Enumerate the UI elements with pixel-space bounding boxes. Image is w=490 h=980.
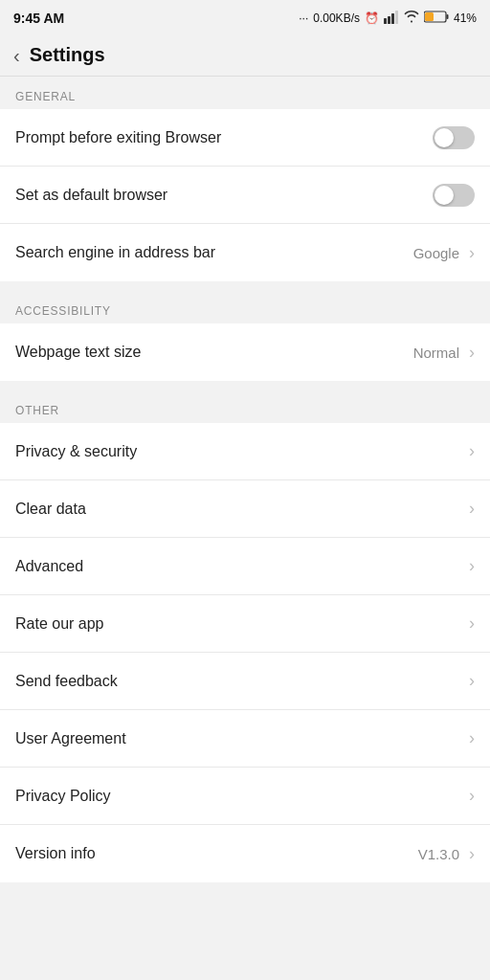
page-title: Settings [30, 44, 105, 66]
svg-rect-2 [391, 13, 394, 24]
search-engine-label: Search engine in address bar [15, 244, 413, 261]
text-size-item[interactable]: Webpage text size Normal › [0, 323, 490, 381]
back-button[interactable]: ‹ [13, 46, 20, 65]
search-engine-chevron: › [469, 243, 475, 263]
user-agreement-label: User Agreement [15, 730, 465, 747]
svg-rect-5 [446, 14, 448, 19]
default-browser-toggle[interactable] [433, 184, 475, 207]
accessibility-settings-list: Webpage text size Normal › [0, 323, 490, 381]
section-general: GENERAL [0, 77, 490, 109]
privacy-policy-label: Privacy Policy [15, 788, 465, 805]
divider-2 [0, 381, 490, 390]
advanced-item[interactable]: Advanced › [0, 538, 490, 595]
text-size-chevron: › [469, 343, 475, 363]
wifi-icon [404, 11, 419, 26]
divider-1 [0, 281, 490, 291]
rate-app-label: Rate our app [15, 615, 465, 633]
signal-icon [384, 11, 399, 27]
version-info-item[interactable]: Version info V1.3.0 › [0, 825, 490, 882]
default-browser-right [433, 184, 475, 207]
user-agreement-chevron: › [469, 728, 475, 748]
version-info-label: Version info [15, 845, 418, 862]
network-dots: ··· [299, 11, 308, 25]
user-agreement-item[interactable]: User Agreement › [0, 710, 490, 768]
privacy-policy-chevron: › [469, 786, 475, 806]
privacy-security-item[interactable]: Privacy & security › [0, 423, 490, 480]
prompt-before-exit-toggle[interactable] [433, 126, 475, 149]
rate-app-right: › [465, 613, 475, 634]
version-info-right: V1.3.0 › [418, 844, 475, 864]
prompt-before-exit-right [433, 126, 475, 149]
battery-icon [424, 11, 449, 26]
text-size-value: Normal [413, 345, 459, 361]
header: ‹ Settings [0, 34, 490, 77]
network-speed: 0.00KB/s [313, 11, 360, 25]
user-agreement-right: › [465, 728, 475, 748]
version-info-chevron: › [469, 844, 475, 864]
default-browser-item[interactable]: Set as default browser [0, 167, 490, 224]
send-feedback-item[interactable]: Send feedback › [0, 653, 490, 710]
privacy-security-chevron: › [469, 441, 475, 461]
text-size-right: Normal › [413, 343, 475, 363]
rate-app-item[interactable]: Rate our app › [0, 595, 490, 653]
status-time: 9:45 AM [13, 11, 64, 26]
status-right: ··· 0.00KB/s ⏰ 41% [299, 11, 477, 27]
section-other: OTHER [0, 390, 490, 423]
general-settings-list: Prompt before exiting Browser Set as def… [0, 109, 490, 281]
svg-rect-6 [425, 12, 434, 21]
version-info-value: V1.3.0 [418, 846, 459, 862]
clear-data-chevron: › [469, 499, 475, 519]
section-accessibility: ACCESSIBILITY [0, 291, 490, 323]
prompt-before-exit-label: Prompt before exiting Browser [15, 129, 433, 146]
privacy-policy-right: › [465, 786, 475, 806]
search-engine-value: Google [413, 245, 459, 261]
privacy-policy-item[interactable]: Privacy Policy › [0, 768, 490, 825]
advanced-chevron: › [469, 556, 475, 576]
clear-data-right: › [465, 499, 475, 519]
prompt-before-exit-item[interactable]: Prompt before exiting Browser [0, 109, 490, 167]
svg-rect-0 [384, 18, 387, 24]
privacy-security-label: Privacy & security [15, 443, 465, 460]
advanced-right: › [465, 556, 475, 576]
rate-app-chevron: › [469, 613, 475, 634]
alarm-icon: ⏰ [365, 11, 379, 25]
send-feedback-chevron: › [469, 671, 475, 691]
advanced-label: Advanced [15, 558, 465, 575]
svg-rect-3 [395, 11, 398, 24]
other-settings-list: Privacy & security › Clear data › Advanc… [0, 423, 490, 882]
status-bar: 9:45 AM ··· 0.00KB/s ⏰ [0, 0, 490, 34]
clear-data-label: Clear data [15, 501, 465, 518]
send-feedback-right: › [465, 671, 475, 691]
search-engine-right: Google › [413, 243, 475, 263]
default-browser-label: Set as default browser [15, 187, 433, 204]
text-size-label: Webpage text size [15, 344, 413, 361]
privacy-security-right: › [465, 441, 475, 461]
send-feedback-label: Send feedback [15, 673, 465, 690]
battery-percent: 41% [454, 11, 477, 25]
search-engine-item[interactable]: Search engine in address bar Google › [0, 224, 490, 281]
clear-data-item[interactable]: Clear data › [0, 480, 490, 538]
svg-rect-1 [388, 16, 390, 24]
